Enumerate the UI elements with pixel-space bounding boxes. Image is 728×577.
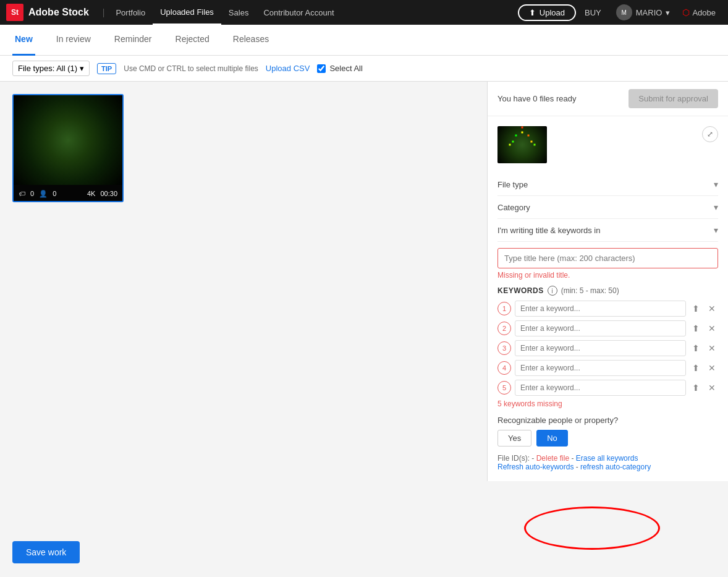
- keyword-up-button-3[interactable]: ⬆: [690, 342, 702, 354]
- keyword-num-3: 3: [497, 341, 511, 355]
- file-resolution: 4K: [87, 190, 95, 197]
- refresh-auto-keywords-link[interactable]: Refresh auto-keywords: [497, 463, 574, 471]
- file-types-label: File types: All (1): [18, 64, 77, 73]
- toolbar: File types: All (1) ▾ TIP Use CMD or CTR…: [0, 56, 728, 82]
- keyword-row-2: 2 ⬆ ✕: [497, 320, 718, 336]
- nav-buy[interactable]: BUY: [576, 8, 610, 17]
- delete-file-link[interactable]: Delete file: [536, 454, 569, 463]
- file-types-button[interactable]: File types: All (1) ▾: [12, 61, 90, 76]
- adobe-label: Adobe: [692, 8, 716, 17]
- preview-thumbnail: [497, 126, 547, 163]
- file-type-label: File type: [497, 180, 528, 189]
- tab-rejected[interactable]: Rejected: [173, 25, 212, 56]
- keyword-delete-button-3[interactable]: ✕: [706, 342, 718, 354]
- keyword-delete-button-2[interactable]: ✕: [706, 322, 718, 335]
- tab-in-review[interactable]: In review: [54, 25, 93, 56]
- file-grid: 🏷 0 👤 0 4K 00:30 Save work: [0, 82, 487, 576]
- user-chevron-icon: ▾: [666, 8, 670, 17]
- keywords-range: (min: 5 - max: 50): [561, 286, 619, 295]
- keyword-delete-button-1[interactable]: ✕: [706, 302, 718, 315]
- right-panel-wrapper: You have 0 files ready Submit for approv…: [487, 82, 728, 576]
- keyword-delete-button-5[interactable]: ✕: [706, 382, 718, 394]
- keywords-info-icon[interactable]: i: [548, 286, 557, 296]
- tip-message: Use CMD or CTRL to select multiple files: [124, 64, 258, 73]
- panel-body: ⤢ File type ▾ Category ▾ I'm writing tit…: [488, 116, 728, 481]
- file-type-chevron-icon: ▾: [714, 179, 718, 189]
- user-menu[interactable]: M MARIO ▾: [610, 4, 677, 20]
- nav-portfolio[interactable]: Portfolio: [108, 0, 153, 25]
- panel-header: You have 0 files ready Submit for approv…: [488, 82, 728, 116]
- select-all-label: Select All: [329, 64, 362, 73]
- upload-csv-button[interactable]: Upload CSV: [266, 64, 310, 73]
- no-button[interactable]: No: [536, 430, 568, 447]
- upload-label: Upload: [540, 8, 565, 17]
- preview-row: ⤢: [497, 126, 718, 163]
- writing-chevron-icon: ▾: [714, 225, 718, 235]
- keyword-input-3[interactable]: [515, 340, 686, 356]
- user-avatar: M: [616, 4, 632, 20]
- keyword-input-1[interactable]: [515, 301, 686, 317]
- writing-label: I'm writing title & keywords in: [497, 226, 600, 235]
- top-nav: St Adobe Stock | Portfolio Uploaded File…: [0, 0, 728, 25]
- select-all-checkbox[interactable]: [317, 64, 326, 73]
- nav-divider: |: [103, 7, 105, 17]
- logo-area: St Adobe Stock: [6, 4, 89, 21]
- writing-field[interactable]: I'm writing title & keywords in ▾: [497, 219, 718, 242]
- tab-releases[interactable]: Releases: [231, 25, 271, 56]
- category-chevron-icon: ▾: [714, 202, 718, 212]
- tip-badge: TIP: [97, 63, 116, 74]
- adobe-stock-logo-sq: St: [6, 4, 23, 21]
- keyword-row-3: 3 ⬆ ✕: [497, 340, 718, 356]
- recognizable-section: Recognizable people or property? Yes No: [497, 416, 718, 447]
- tags-count: 0: [30, 190, 34, 197]
- file-duration: 00:30: [100, 190, 117, 197]
- submit-approval-button[interactable]: Submit for approval: [629, 89, 718, 108]
- nav-sales[interactable]: Sales: [221, 0, 256, 25]
- keyword-delete-button-4[interactable]: ✕: [706, 362, 718, 374]
- file-type-field[interactable]: File type ▾: [497, 173, 718, 196]
- keyword-up-button-1[interactable]: ⬆: [690, 302, 702, 315]
- circle-annotation: [524, 506, 660, 550]
- erase-keywords-link[interactable]: Erase all keywords: [576, 454, 638, 463]
- expand-icon: ⤢: [707, 130, 713, 139]
- keyword-input-2[interactable]: [515, 320, 686, 336]
- keyword-row-4: 4 ⬆ ✕: [497, 360, 718, 376]
- keyword-up-button-4[interactable]: ⬆: [690, 362, 702, 374]
- keywords-header: KEYWORDS i (min: 5 - max: 50): [497, 286, 718, 296]
- keyword-input-4[interactable]: [515, 360, 686, 376]
- tab-new[interactable]: New: [12, 25, 35, 56]
- category-field[interactable]: Category ▾: [497, 196, 718, 219]
- title-error: Missing or invalid title.: [497, 271, 718, 280]
- keyword-num-4: 4: [497, 361, 511, 375]
- file-actions: File ID(s): - Delete file - Erase all ke…: [497, 454, 718, 471]
- upload-button[interactable]: ⬆ Upload: [518, 4, 576, 21]
- refresh-auto-category-link[interactable]: refresh auto-category: [580, 463, 651, 471]
- adobe-link[interactable]: ⬡ Adobe: [676, 7, 722, 17]
- yes-button[interactable]: Yes: [497, 430, 531, 447]
- tag-icon: 🏷: [19, 190, 25, 197]
- title-input[interactable]: [497, 248, 718, 268]
- select-all-area[interactable]: Select All: [317, 64, 362, 73]
- thumb-image: [14, 95, 122, 185]
- save-work-button[interactable]: Save work: [12, 541, 80, 563]
- keyword-up-button-5[interactable]: ⬆: [690, 382, 702, 394]
- category-label: Category: [497, 203, 530, 212]
- expand-button[interactable]: ⤢: [702, 126, 718, 142]
- upload-icon: ⬆: [529, 8, 536, 17]
- people-count: 0: [53, 190, 56, 197]
- keyword-up-button-2[interactable]: ⬆: [690, 322, 702, 335]
- nav-contributor-account[interactable]: Contributor Account: [256, 0, 341, 25]
- keyword-row-5: 5 ⬆ ✕: [497, 380, 718, 396]
- keyword-input-5[interactable]: [515, 380, 686, 396]
- keyword-row-1: 1 ⬆ ✕: [497, 301, 718, 317]
- file-id-label: File ID(s):: [497, 454, 530, 463]
- file-types-chevron-icon: ▾: [80, 64, 84, 73]
- nav-uploaded-files[interactable]: Uploaded Files: [153, 0, 221, 25]
- main-content: 🏷 0 👤 0 4K 00:30 Save work You have 0 fi…: [0, 82, 728, 576]
- keyword-num-2: 2: [497, 322, 511, 335]
- right-panel: You have 0 files ready Submit for approv…: [487, 82, 728, 481]
- keyword-num-1: 1: [497, 302, 511, 315]
- tab-reminder[interactable]: Reminder: [112, 25, 154, 56]
- keywords-missing: 5 keywords missing: [497, 400, 718, 408]
- file-thumbnail[interactable]: 🏷 0 👤 0 4K 00:30: [12, 94, 124, 202]
